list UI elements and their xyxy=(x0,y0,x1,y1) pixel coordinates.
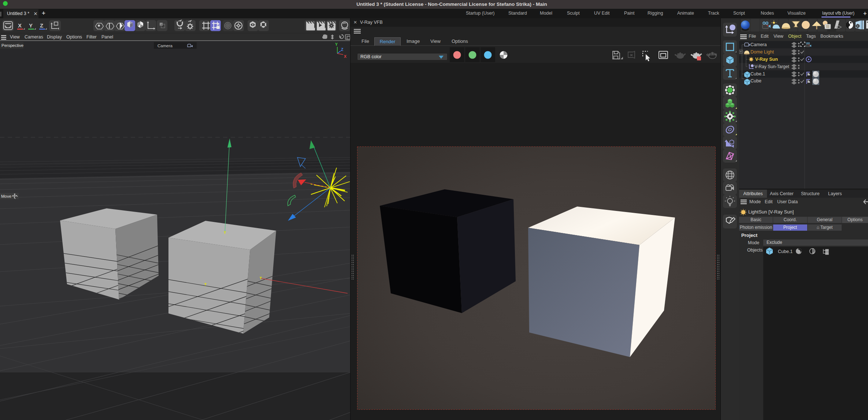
svg-text:Cube.1: Cube.1 xyxy=(778,249,793,254)
svg-text:Z: Z xyxy=(341,47,344,52)
svg-text:X: X xyxy=(344,54,346,59)
svg-text:Cube.1: Cube.1 xyxy=(750,71,765,77)
svg-text:Y: Y xyxy=(335,42,338,47)
svg-text:Cube: Cube xyxy=(750,78,761,83)
svg-text:Camera: Camera xyxy=(750,42,767,47)
svg-text:V-Ray Sun-Target: V-Ray Sun-Target xyxy=(754,64,789,69)
svg-text:Z: Z xyxy=(40,22,43,29)
svg-text:Perspective: Perspective xyxy=(1,43,23,48)
svg-text:Y: Y xyxy=(29,22,33,29)
svg-text:Move: Move xyxy=(1,194,11,198)
svg-text:Dome Light: Dome Light xyxy=(750,49,774,55)
svg-text:V-Ray Sun: V-Ray Sun xyxy=(755,57,778,62)
svg-text:X: X xyxy=(18,22,22,29)
svg-text:Camera: Camera xyxy=(157,44,173,48)
